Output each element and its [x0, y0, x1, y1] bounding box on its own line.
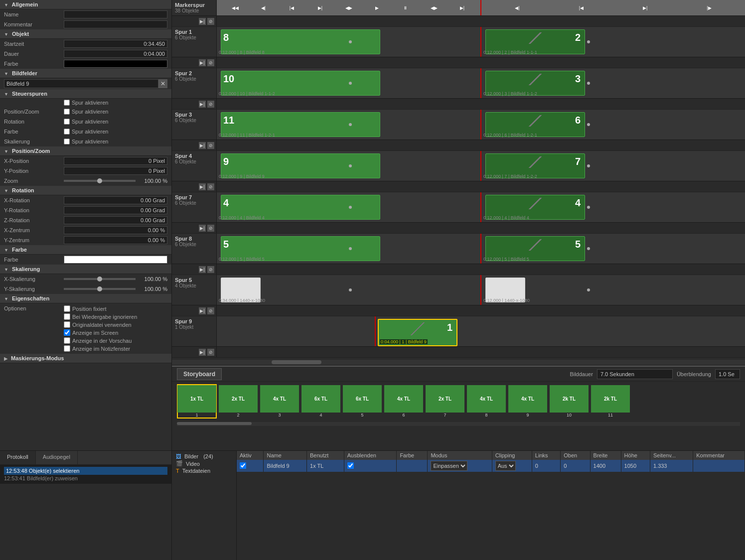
y-rotation-input[interactable] — [64, 206, 167, 214]
x-skalierung-slider[interactable] — [64, 278, 136, 280]
modus-select[interactable]: Einpassen Strecken — [431, 461, 467, 471]
file-item-bilder[interactable]: 🖼 Bilder (24) — [174, 453, 234, 460]
x-position-input[interactable] — [64, 157, 167, 165]
marker-btn9[interactable]: ▶| — [457, 3, 467, 13]
marker-r-btn3[interactable]: ▶| — [640, 3, 650, 13]
marker-ctrl-btn1[interactable]: ▶| — [199, 18, 206, 25]
marker-skip-start[interactable]: ◀◀ — [230, 3, 240, 13]
marker-r-btn1[interactable]: ◀| — [512, 3, 522, 13]
marker-r-btn4[interactable]: |▶ — [704, 3, 714, 13]
track-spur3-content[interactable]: 11 0:12.000 | 11 | Bildfeld 1-2-1 — [217, 110, 745, 140]
marker-left: ◀◀ ◀| |◀ ▶| ◀▶ ▶ ⏸ ◀▶ ▶| — [217, 0, 481, 15]
tab-protokoll[interactable]: Protokoll — [0, 451, 36, 464]
name-input[interactable] — [64, 10, 167, 18]
track-spur5-content[interactable]: 0:34.000 | 1440-x-1080 0:12.000 | — [217, 275, 745, 305]
spur5-btn1[interactable]: ▶| — [199, 307, 206, 314]
marker-prev[interactable]: ◀| — [259, 3, 269, 13]
marker-btn4[interactable]: ▶| — [315, 3, 325, 13]
marker-pause[interactable]: ⏸ — [401, 3, 411, 13]
tab-audiopegel[interactable]: Audiopegel — [36, 451, 78, 464]
z-rotation-input[interactable] — [64, 216, 167, 224]
track-spur8-content[interactable]: 5 0:12.000 | 5 | Bildfeld 5 5 — [217, 234, 745, 264]
steuerspur-farbe-chk[interactable] — [64, 129, 70, 135]
marker-r-btn2[interactable]: |◀ — [576, 3, 586, 13]
track-spur1-content[interactable]: 8 0:12.000 | 8 | Bildfeld 8 2 — [217, 27, 745, 57]
anzeige-screen-checkbox[interactable] — [64, 329, 70, 336]
marker-btn5[interactable]: ◀▶ — [344, 3, 354, 13]
startzeit-input[interactable] — [64, 40, 167, 48]
sb-thumb-9[interactable]: 4x TL 9 — [508, 385, 548, 418]
file-item-video[interactable]: 🎬 Video — [174, 460, 234, 467]
timeline-scroll-thumb[interactable] — [272, 360, 321, 364]
marker-play[interactable]: ▶ — [372, 3, 382, 13]
zoom-slider[interactable] — [64, 180, 136, 182]
y-position-input[interactable] — [64, 167, 167, 175]
marker-btn3[interactable]: |◀ — [287, 3, 297, 13]
bildfeld-close-button[interactable]: ✕ — [158, 79, 167, 88]
steuerspur-pos-chk[interactable] — [64, 109, 70, 115]
sb-thumb-2[interactable]: 2x TL 2 — [218, 385, 258, 418]
track-spur1-label: Spur 1 6 Objekte — [172, 27, 217, 57]
spur4-btn2[interactable]: ⊘ — [207, 183, 214, 190]
storyboard-scrollbar[interactable] — [177, 422, 740, 426]
spur4-btn1[interactable]: ▶| — [199, 183, 206, 190]
steuerspur-skal-chk[interactable] — [64, 139, 70, 144]
clipping-select[interactable]: Aus Ein — [495, 461, 516, 471]
x-zentrum-input[interactable] — [64, 226, 167, 234]
track-spur9-content[interactable]: 1 0:04.000 | 1 | Bildfeld 9 — [217, 316, 745, 346]
steuerspur-rot-chk[interactable] — [64, 119, 70, 125]
anzeige-notiz-checkbox[interactable] — [64, 345, 70, 352]
prop-steuerspur-skal: Skalierung Spur aktivieren — [0, 137, 171, 146]
y-skalierung-slider[interactable] — [64, 288, 136, 290]
sb-thumb-10[interactable]: 2k TL 10 — [549, 385, 589, 418]
sb-thumb-6[interactable]: 4x TL 6 — [384, 385, 424, 418]
spur9-btn2[interactable]: ⊘ — [207, 349, 214, 356]
storyboard-scroll-thumb[interactable] — [177, 422, 252, 425]
originaldatei-checkbox[interactable] — [64, 321, 70, 328]
spur1-btn2[interactable]: ⊘ — [207, 59, 214, 66]
ausblenden-checkbox[interactable] — [347, 462, 354, 469]
spur5-btn2[interactable]: ⊘ — [207, 307, 214, 314]
bilddauer-input[interactable] — [597, 369, 673, 379]
steuerspur-position-checkbox[interactable] — [64, 100, 70, 106]
sb-thumb-1[interactable]: 1x TL 1 — [177, 384, 217, 419]
sb-thumb-8[interactable]: 4x TL 8 — [466, 385, 506, 418]
anzeige-vorschau-checkbox[interactable] — [64, 337, 70, 344]
spur1-btn1[interactable]: ▶| — [199, 59, 206, 66]
track-spur2-content[interactable]: 10 0:12.000 | 10 | Bildfeld 1-1-2 — [217, 68, 745, 98]
aktiv-checkbox[interactable] — [240, 462, 246, 469]
x-rotation-input[interactable] — [64, 196, 167, 204]
spur3-btn1[interactable]: ▶| — [199, 142, 206, 149]
spur2-btn2[interactable]: ⊘ — [207, 101, 214, 108]
kommentar-input[interactable] — [64, 20, 167, 28]
farbe-color-picker[interactable] — [64, 256, 167, 264]
file-item-text[interactable]: T Textdateien — [174, 467, 234, 474]
uberblendung-input[interactable] — [715, 369, 740, 379]
dauer-input[interactable] — [64, 50, 167, 58]
sb-thumb-3[interactable]: 4x TL 3 — [260, 385, 299, 418]
y-zentrum-input[interactable] — [64, 236, 167, 244]
table-row-bildfeld9[interactable]: Bildfeld 9 1x TL Einpassen Strecken — [237, 460, 745, 472]
timeline-scrollbar[interactable] — [172, 360, 745, 365]
pos-fixiert-checkbox[interactable] — [64, 305, 70, 312]
farbe-color-box[interactable] — [64, 60, 167, 68]
spur8-btn1[interactable]: ▶| — [199, 266, 206, 273]
spur2-btn1[interactable]: ▶| — [199, 101, 206, 108]
sb-thumb-5[interactable]: 6x TL 5 — [342, 385, 382, 418]
bildfeld-input[interactable] — [4, 79, 158, 88]
marker-btn8[interactable]: ◀▶ — [429, 3, 439, 13]
clip-spur9-selected[interactable]: 1 0:04.000 | 1 | Bildfeld 9 — [378, 319, 457, 346]
sb-thumb-7[interactable]: 2x TL 7 — [425, 385, 465, 418]
spur7-btn1[interactable]: ▶| — [199, 225, 206, 232]
spur9-btn1[interactable]: ▶| — [199, 349, 206, 356]
track-spur7-content[interactable]: 4 0:12.000 | 4 | Bildfeld 4 4 — [217, 192, 745, 222]
bei-wiedergabe-checkbox[interactable] — [64, 313, 70, 320]
marker-ctrl-btn2[interactable]: ⊘ — [207, 18, 214, 25]
track-spur4-content[interactable]: 9 0:12.000 | 9 | Bildfeld 9 7 — [217, 151, 745, 181]
spur8-btn2[interactable]: ⊘ — [207, 266, 214, 273]
spur3-btn2[interactable]: ⊘ — [207, 142, 214, 149]
spur7-btn2[interactable]: ⊘ — [207, 225, 214, 232]
sb-thumb-4[interactable]: 6x TL 4 — [301, 385, 341, 418]
section-position-zoom: ▼ Position/Zoom — [0, 146, 171, 156]
sb-thumb-11[interactable]: 2k TL 11 — [591, 385, 630, 418]
